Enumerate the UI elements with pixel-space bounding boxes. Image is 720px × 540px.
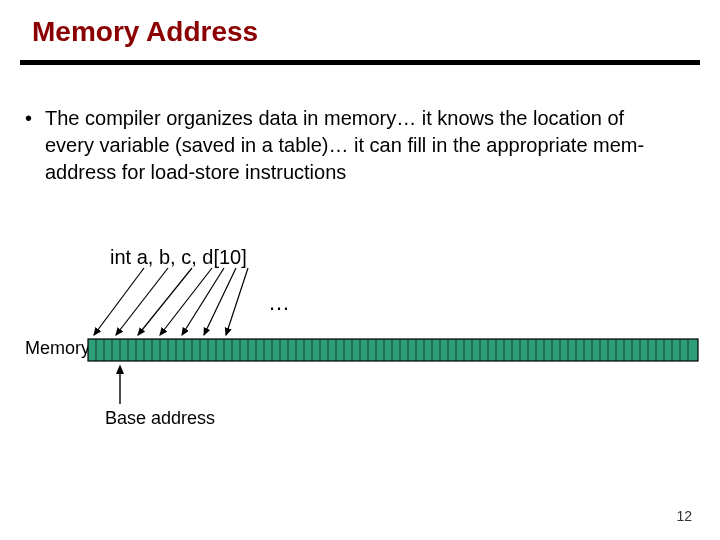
svg-line-79 [138, 268, 192, 335]
slide: Memory Address • The compiler organizes … [0, 0, 720, 540]
svg-line-78 [116, 268, 168, 335]
page-number: 12 [676, 508, 692, 524]
svg-rect-1 [88, 339, 698, 361]
svg-line-77 [94, 268, 144, 335]
base-address-label: Base address [105, 408, 215, 429]
svg-line-83 [226, 268, 248, 335]
memory-diagram [0, 0, 720, 540]
svg-line-81 [182, 268, 224, 335]
svg-line-82 [204, 268, 236, 335]
svg-line-80 [160, 268, 212, 335]
